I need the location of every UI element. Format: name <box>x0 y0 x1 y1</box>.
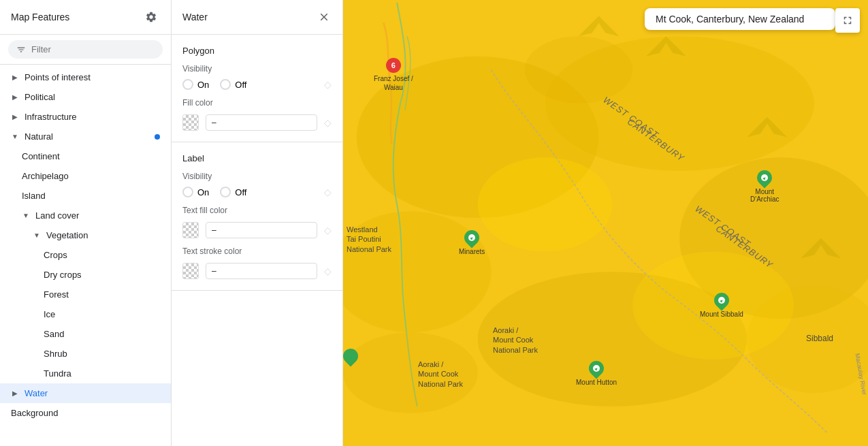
sidebar-item-shrub[interactable]: Shrub <box>0 344 171 364</box>
sidebar-item-crops[interactable]: Crops <box>0 245 171 265</box>
sidebar-item-sand[interactable]: Sand <box>0 324 171 344</box>
sidebar-item-island[interactable]: Island <box>0 186 171 206</box>
label-stroke-swatch[interactable] <box>182 263 199 279</box>
filter-container <box>8 40 163 59</box>
place-label-sibbald: Sibbald <box>806 334 833 343</box>
label-off-label: Off <box>235 187 246 197</box>
sidebar-item-political[interactable]: ▶ Political <box>0 87 171 107</box>
poi-westland-label: WestlandTai PoutiniNational Park <box>347 225 391 254</box>
sidebar-item-tundra[interactable]: Tundra <box>0 364 171 383</box>
polygon-visibility-row: On Off ◇ <box>182 79 332 90</box>
sidebar-item-label: Political <box>25 92 55 102</box>
sidebar-item-label: Vegetation <box>46 230 88 240</box>
filter-icon <box>16 45 26 54</box>
sidebar-item-points-of-interest[interactable]: ▶ Points of interest <box>0 67 171 87</box>
polygon-visibility-diamond[interactable]: ◇ <box>324 79 332 90</box>
label-section: Label Visibility On Off ◇ Text fill colo… <box>172 142 342 291</box>
mountain-marker: ▲ <box>462 227 483 248</box>
polygon-on-radio[interactable] <box>182 79 193 90</box>
region-label-west-coast-2: WEST COAST <box>693 204 752 249</box>
polygon-fill-diamond[interactable]: ◇ <box>324 117 332 128</box>
label-visibility-diamond[interactable]: ◇ <box>324 187 332 197</box>
polygon-radio-group: On Off <box>182 79 313 90</box>
polygon-off-label: Off <box>235 80 246 90</box>
sidebar-item-label: Sand <box>44 329 64 339</box>
panel-header: Water <box>172 0 342 35</box>
detail-panel: Water Polygon Visibility On Off ◇ Fil <box>172 0 343 446</box>
mountain-marker: ▲ <box>711 289 732 310</box>
poi-mount-hutton: ▲ Mount Hutton <box>576 361 617 386</box>
label-stroke-value[interactable]: – <box>206 263 317 279</box>
sidebar-item-vegetation[interactable]: ▼ Vegetation <box>0 225 171 245</box>
chevron-down-icon: ▼ <box>11 133 19 140</box>
poi-numbered-marker: 6 <box>386 58 401 73</box>
sidebar-item-label: Forest <box>44 289 69 300</box>
search-box: Mt Cook, Canterbury, New Zealand <box>645 8 835 30</box>
sidebar-item-infrastructure[interactable]: ▶ Infrastructure <box>0 107 171 127</box>
label-fill-value[interactable]: – <box>206 222 317 238</box>
label-fill-diamond[interactable]: ◇ <box>324 225 332 236</box>
polygon-fill-color-row: – ◇ <box>182 114 332 131</box>
svg-point-3 <box>343 211 491 332</box>
label-stroke-color-row: – ◇ <box>182 263 332 279</box>
text-stroke-label: Text stroke color <box>182 246 332 256</box>
sidebar-item-ice[interactable]: Ice <box>0 304 171 324</box>
gear-button[interactable] <box>142 8 160 26</box>
chevron-right-icon: ▶ <box>11 113 19 121</box>
mountain-marker: ▲ <box>585 357 607 379</box>
sidebar-item-label: Ice <box>44 309 55 319</box>
polygon-off-option[interactable]: Off <box>220 79 246 90</box>
label-visibility-label: Visibility <box>182 172 332 181</box>
label-stroke-diamond[interactable]: ◇ <box>324 266 332 276</box>
poi-mount-darchiac: ▲ MountD'Archiac <box>750 170 779 203</box>
sidebar-item-background[interactable]: Background <box>0 403 171 423</box>
sidebar-item-forest[interactable]: Forest <box>0 285 171 304</box>
polygon-off-radio[interactable] <box>220 79 231 90</box>
sidebar-header: Map Features <box>0 0 171 35</box>
region-label-canterbury-2: CANTERBURY <box>714 223 775 270</box>
label-on-option[interactable]: On <box>182 187 209 197</box>
sidebar-item-label: Land cover <box>35 210 79 221</box>
polygon-fill-value[interactable]: – <box>206 114 317 131</box>
polygon-fill-swatch[interactable] <box>182 114 199 131</box>
chevron-down-icon: ▼ <box>33 232 41 239</box>
svg-point-4 <box>478 272 747 407</box>
label-on-radio[interactable] <box>182 187 193 197</box>
sidebar-item-label: Dry crops <box>44 270 82 280</box>
svg-point-6 <box>478 157 613 251</box>
label-radio-group: On Off <box>182 187 313 197</box>
map-expand-button[interactable] <box>835 8 860 33</box>
svg-point-1 <box>545 36 814 171</box>
sidebar-item-label: Background <box>11 408 58 418</box>
chevron-down-icon: ▼ <box>22 212 30 219</box>
nav-tree: ▶ Points of interest ▶ Political ▶ Infra… <box>0 65 171 446</box>
sidebar-item-label: Points of interest <box>25 72 91 82</box>
map-area[interactable]: Mt Cook, Canterbury, New Zealand WEST CO… <box>343 0 868 446</box>
label-off-option[interactable]: Off <box>220 187 246 197</box>
filter-input[interactable] <box>31 44 155 54</box>
label-off-radio[interactable] <box>220 187 231 197</box>
mountain-marker: ▲ <box>754 167 775 188</box>
poi-franz-josef-label: Franz Josef /Waiau <box>374 74 413 92</box>
sidebar-item-label: Natural <box>25 131 53 142</box>
sidebar-item-label: Shrub <box>44 349 67 359</box>
polygon-on-option[interactable]: On <box>182 79 209 90</box>
region-label-canterbury-1: CANTERBURY <box>626 116 687 163</box>
sidebar-item-archipelago[interactable]: Archipelago <box>0 166 171 186</box>
search-value: Mt Cook, Canterbury, New Zealand <box>656 14 804 25</box>
sidebar-item-dry-crops[interactable]: Dry crops <box>0 265 171 285</box>
sidebar-item-label: Water <box>25 388 48 398</box>
sidebar-item-land-cover[interactable]: ▼ Land cover <box>0 206 171 225</box>
poi-minarets: ▲ Minarets <box>459 230 485 255</box>
visibility-label: Visibility <box>182 64 332 74</box>
region-label-west-coast-1: WEST COAST <box>601 95 660 140</box>
sidebar-item-label: Tundra <box>44 368 71 379</box>
sidebar-item-natural[interactable]: ▼ Natural <box>0 127 171 146</box>
label-fill-swatch[interactable] <box>182 222 199 238</box>
sidebar-item-water[interactable]: ▶ Water <box>0 383 171 403</box>
close-button[interactable] <box>317 10 332 25</box>
sidebar-item-continent[interactable]: Continent <box>0 146 171 166</box>
poi-franz-josef: 6 Franz Josef /Waiau <box>374 58 413 92</box>
filter-bar <box>0 35 171 65</box>
close-icon <box>318 11 330 23</box>
